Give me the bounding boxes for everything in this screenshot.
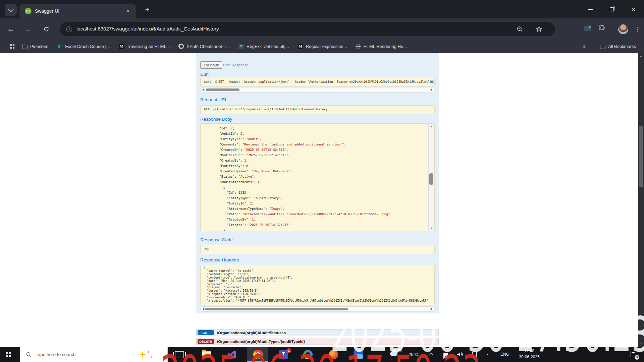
json-key: "CreatedOn":	[204, 148, 244, 152]
apps-grid-icon[interactable]	[10, 44, 12, 46]
response-code-value: 200	[204, 248, 431, 251]
task-view-button[interactable]	[170, 347, 189, 362]
file-explorer-button[interactable]	[197, 347, 216, 362]
blue-app-button[interactable]	[348, 347, 368, 362]
json-value: "AuditHistory",	[254, 196, 283, 200]
page-vertical-scrollbar[interactable]: ▲ ▼	[638, 53, 644, 347]
json-key: "Id":	[204, 126, 231, 130]
headers-horizontal-scrollbar[interactable]: ◀ ▶	[200, 306, 435, 312]
method-badge: DELETE	[198, 339, 214, 344]
bookmark-item[interactable]: Pinestem	[22, 44, 48, 49]
tab-close-icon[interactable]: ×	[124, 7, 131, 15]
minimize-button[interactable]	[580, 0, 601, 18]
scroll-left-icon[interactable]: ◀	[202, 88, 204, 91]
google-app-button[interactable]	[298, 347, 318, 362]
browser-titlebar: {;} Swagger UI × + ×	[0, 0, 644, 18]
scrollbar-thumb[interactable]	[639, 126, 643, 187]
scrollbar-thumb[interactable]	[429, 173, 433, 185]
back-button[interactable]: ←	[6, 24, 15, 34]
windows-logo-icon	[6, 352, 8, 354]
bookmarks-overflow-icon[interactable]: »	[583, 43, 586, 49]
bookmark-label: Excel Crash Course |...	[65, 44, 110, 49]
browser-tab[interactable]: {;} Swagger UI ×	[19, 4, 136, 18]
orange-app-button[interactable]	[324, 347, 343, 362]
phone-icon[interactable]	[472, 352, 477, 358]
bookmarks-separator	[593, 43, 593, 50]
json-key: "Comments":	[204, 142, 242, 146]
reload-button[interactable]	[42, 24, 51, 34]
bookmark-item[interactable]: Excel Crash Course |...	[57, 44, 110, 49]
close-button[interactable]: ×	[623, 0, 644, 18]
bookmark-item[interactable]: M Traversing an HTML...	[119, 44, 170, 49]
bookmark-item[interactable]: M Regular expression...	[298, 44, 347, 49]
scrollbar-thumb[interactable]	[206, 88, 239, 91]
json-line: "AttachmentTypeName": "Image",	[204, 206, 426, 212]
curl-horizontal-scrollbar[interactable]: ◀ ▶	[200, 87, 435, 93]
weather-temperature[interactable]: 25°C	[409, 352, 418, 357]
speaker-icon[interactable]	[457, 352, 463, 358]
json-key: "EntityId":	[204, 201, 250, 205]
tray-expand-icon[interactable]	[429, 353, 433, 357]
bookmark-label: RegExr: Untitled 59j...	[247, 44, 289, 49]
clock-time[interactable]: 12:48	[518, 349, 541, 353]
scrollbar-thumb[interactable]	[205, 308, 348, 310]
new-tab-button[interactable]: +	[142, 5, 152, 15]
teams-button[interactable]: T 1	[274, 347, 293, 362]
google-ring-icon	[303, 350, 313, 359]
browser-menu-icon[interactable]: ⋮	[634, 26, 640, 33]
json-value: "Audit",	[246, 137, 262, 141]
url-text[interactable]: localhost:63027/swagger/ui/index#!/Audit…	[76, 26, 219, 32]
bookmark-favicon-icon	[22, 45, 28, 49]
operation-row[interactable]: DELETE /Organisations/{orgId}/AuditTypes…	[196, 338, 439, 345]
bookmark-favicon-icon	[57, 44, 62, 49]
curl-box: curl -X GET --header 'Accept: applicatio…	[200, 78, 435, 86]
zoom-icon[interactable]	[517, 26, 523, 33]
windows-taskbar: Type here to search T 1 1 25°C	[0, 347, 644, 362]
try-it-out-button[interactable]: Try it out!	[200, 61, 222, 69]
bookmark-favicon-icon: M	[298, 44, 303, 49]
bookmark-item[interactable]: XPath Cheatsheet --...	[178, 44, 230, 49]
json-line: "Comments": "Reviewed the findings and a…	[204, 142, 426, 147]
scroll-right-icon[interactable]: ▶	[431, 88, 433, 91]
all-bookmarks-button[interactable]: All Bookmarks	[600, 44, 636, 49]
clock-date[interactable]: 30-06-2025	[516, 355, 543, 359]
operation-row[interactable]: GET /Organisations/{orgId}/Audit/Statuse…	[196, 329, 439, 336]
scroll-left-icon[interactable]: ◀	[202, 307, 204, 310]
scroll-right-icon[interactable]: ▶	[431, 307, 433, 310]
operation-path[interactable]: /Organisations/{orgId}/AuditTypes/{audit…	[217, 340, 305, 344]
scroll-down-icon[interactable]: ▼	[429, 227, 434, 229]
profile-avatar[interactable]	[618, 24, 628, 34]
close-icon: ×	[631, 6, 635, 13]
visual-studio-button[interactable]	[222, 347, 242, 362]
bookmark-star-icon[interactable]	[536, 26, 542, 33]
bookmarks-right: » All Bookmarks	[583, 43, 636, 50]
operation-path[interactable]: /Organisations/{orgId}/Audit/Statuses	[217, 331, 286, 335]
forward-button[interactable]: →	[23, 24, 33, 34]
json-line: "Status": "Active",	[204, 174, 426, 179]
bookmark-label: Traversing an HTML...	[127, 44, 170, 49]
scroll-down-icon[interactable]: ▼	[638, 343, 644, 345]
bookmark-item[interactable]: HTML Rendering He...	[356, 44, 407, 49]
json-value: "Raj Kumar Pativada",	[252, 169, 292, 173]
json-line: },	[204, 228, 426, 231]
taskbar-search[interactable]: Type here to search	[20, 347, 168, 362]
hide-response-link[interactable]: Hide Response	[223, 63, 248, 67]
scroll-up-icon[interactable]: ▲	[429, 125, 434, 128]
extension-folder-icon[interactable]	[584, 24, 592, 34]
address-bar[interactable]: i localhost:63027/swagger/ui/index#!/Aud…	[60, 22, 555, 36]
scroll-up-icon[interactable]: ▲	[638, 55, 644, 57]
extensions-puzzle-icon[interactable]	[598, 25, 606, 34]
chrome-button[interactable]	[248, 347, 268, 362]
notification-center-icon[interactable]	[631, 351, 631, 357]
page-content: Try it out! Hide Response Curl curl -X G…	[0, 53, 644, 347]
search-placeholder: Type here to search	[36, 352, 75, 357]
battery-icon[interactable]	[443, 353, 444, 359]
start-button[interactable]	[0, 347, 19, 362]
response-body-scrollbar[interactable]: ▲ ▼	[428, 124, 434, 231]
site-info-icon[interactable]: i	[66, 26, 72, 32]
language-indicator[interactable]: ENG	[500, 352, 509, 357]
maximize-button[interactable]	[601, 0, 623, 18]
bookmark-item[interactable]: * RegExr: Untitled 59j...	[238, 44, 289, 49]
tab-search-button[interactable]	[5, 4, 17, 16]
curl-command: curl -X GET --header 'Accept: applicatio…	[204, 80, 431, 83]
